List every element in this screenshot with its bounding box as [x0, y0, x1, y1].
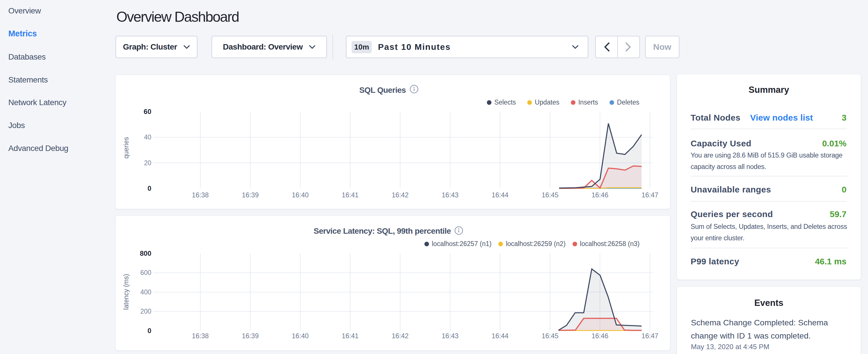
svg-text:20: 20 [144, 159, 151, 167]
svg-text:40: 40 [144, 133, 151, 141]
svg-text:latency (ms): latency (ms) [122, 274, 130, 310]
svg-text:16:42: 16:42 [392, 191, 409, 199]
svg-text:0: 0 [148, 185, 151, 192]
svg-text:16:45: 16:45 [541, 332, 559, 340]
svg-text:16:39: 16:39 [242, 191, 259, 199]
svg-text:16:38: 16:38 [192, 191, 209, 199]
svg-text:16:44: 16:44 [492, 191, 509, 199]
svg-text:16:46: 16:46 [591, 332, 608, 340]
svg-text:16:44: 16:44 [492, 332, 509, 340]
svg-text:200: 200 [141, 308, 151, 315]
svg-text:16:46: 16:46 [591, 191, 608, 199]
svg-text:16:43: 16:43 [442, 332, 459, 340]
svg-text:16:41: 16:41 [342, 191, 359, 199]
svg-text:16:45: 16:45 [541, 191, 559, 199]
svg-text:16:38: 16:38 [192, 332, 209, 340]
svg-text:16:43: 16:43 [442, 191, 459, 199]
svg-text:800: 800 [140, 250, 151, 257]
svg-text:16:47: 16:47 [642, 191, 658, 199]
svg-text:60: 60 [144, 108, 151, 116]
svg-text:0: 0 [148, 327, 151, 334]
svg-text:16:47: 16:47 [642, 332, 658, 340]
svg-text:16:41: 16:41 [342, 332, 359, 340]
svg-text:400: 400 [141, 288, 151, 296]
svg-text:16:40: 16:40 [292, 332, 309, 340]
svg-text:16:42: 16:42 [392, 332, 409, 340]
svg-text:queries: queries [122, 137, 130, 158]
svg-text:16:40: 16:40 [292, 191, 309, 199]
svg-text:600: 600 [141, 269, 151, 277]
svg-text:16:39: 16:39 [242, 332, 259, 340]
